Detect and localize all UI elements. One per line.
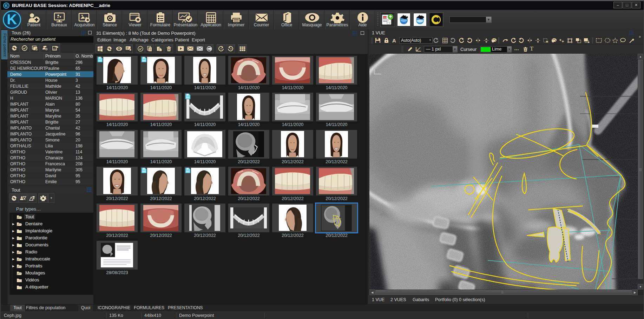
svg-text:90: 90 <box>220 48 222 50</box>
svg-text:90: 90 <box>230 48 232 50</box>
svg-text:CSV: CSV <box>53 48 57 50</box>
svg-text:PDF: PDF <box>383 16 387 19</box>
svg-text:A: A <box>392 38 396 43</box>
